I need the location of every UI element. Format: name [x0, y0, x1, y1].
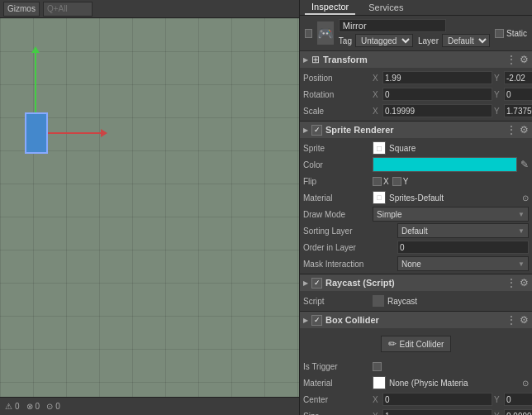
- scale-x-input[interactable]: [382, 104, 492, 117]
- static-group: Static: [495, 29, 527, 38]
- size-x-input[interactable]: [382, 409, 492, 415]
- material-preview: □: [373, 191, 386, 204]
- edit-col-icon: ✏: [388, 338, 397, 350]
- box-collider-header[interactable]: ▶ ✓ Box Collider ⋮ ⚙: [300, 312, 532, 328]
- inspector-panel: Inspector Services 🎮 Tag Untagged Layer …: [300, 0, 532, 415]
- center-y-label: Y: [494, 395, 502, 404]
- transform-icons: ⋮ ⚙: [506, 54, 529, 65]
- bc-material-label: Material: [303, 379, 369, 388]
- collapse-icon: ▶: [303, 56, 308, 64]
- sprite-renderer-component: ▶ ✓ Sprite Renderer ⋮ ⚙ Sprite □ Square: [300, 122, 532, 274]
- raycast-gear-icon[interactable]: ⚙: [520, 277, 529, 289]
- draw-mode-row: Draw Mode Simple ▼: [303, 207, 529, 222]
- position-x-input[interactable]: [382, 71, 492, 84]
- position-label: Position: [303, 74, 369, 83]
- tag-select[interactable]: Untagged: [355, 34, 413, 47]
- order-in-layer-input[interactable]: [397, 241, 529, 254]
- center-label: Center: [303, 395, 369, 404]
- layer-select[interactable]: Default: [442, 34, 490, 47]
- sprite-label: Sprite: [303, 144, 369, 153]
- sr-material-label: Material: [303, 193, 369, 203]
- rotation-x-input[interactable]: [382, 88, 492, 101]
- sorting-layer-dropdown[interactable]: Default ▼: [397, 223, 529, 238]
- mask-arrow: ▼: [518, 260, 525, 268]
- bc-gear-icon[interactable]: ⚙: [520, 314, 529, 326]
- flip-x-checkbox[interactable]: [373, 177, 382, 186]
- center-y-input[interactable]: [504, 393, 532, 406]
- sr-enabled-checkbox[interactable]: ✓: [311, 125, 322, 136]
- scale-y-label: Y: [494, 107, 502, 116]
- sprite-renderer-header[interactable]: ▶ ✓ Sprite Renderer ⋮ ⚙: [300, 122, 532, 138]
- flip-row: Flip X Y: [303, 174, 529, 188]
- scale-y-input[interactable]: [504, 104, 532, 117]
- bc-collapse-icon: ▶: [303, 317, 308, 324]
- position-y-input[interactable]: [504, 71, 532, 84]
- sr-gear-icon[interactable]: ⚙: [520, 124, 529, 136]
- sorting-layer-value: Default: [401, 227, 428, 236]
- raycast-enabled-checkbox[interactable]: ✓: [311, 278, 322, 289]
- scene-view[interactable]: [0, 18, 299, 397]
- center-x-input[interactable]: [382, 393, 492, 406]
- sorting-layer-row: Sorting Layer Default ▼: [303, 223, 529, 238]
- bc-menu-icon[interactable]: ⋮: [506, 314, 516, 326]
- warning-count: ⚠ 0: [5, 402, 20, 411]
- scale-xyz: X Y Z: [373, 104, 532, 117]
- sr-menu-icon[interactable]: ⋮: [506, 124, 516, 136]
- mask-dropdown[interactable]: None ▼: [397, 256, 529, 271]
- sprite-preview: □: [373, 141, 386, 155]
- flip-y-checkbox[interactable]: [392, 177, 401, 186]
- static-checkbox[interactable]: [495, 29, 504, 38]
- raycast-menu-icon[interactable]: ⋮: [506, 277, 516, 289]
- mask-value: None: [401, 260, 421, 269]
- static-label: Static: [506, 29, 527, 38]
- object-name-input[interactable]: [339, 19, 446, 32]
- gizmos-button[interactable]: Gizmos: [3, 2, 40, 17]
- color-field[interactable]: [373, 157, 517, 172]
- bc-enabled-checkbox[interactable]: ✓: [311, 315, 322, 326]
- size-y-input[interactable]: [504, 409, 532, 415]
- draw-mode-label: Draw Mode: [303, 210, 369, 219]
- raycast-title: Raycast (Script): [325, 278, 503, 288]
- sr-icons: ⋮ ⚙: [506, 124, 529, 136]
- is-trigger-row: Is Trigger: [303, 359, 529, 374]
- color-edit-icon[interactable]: ✎: [520, 159, 529, 170]
- info-icon: ⊙: [46, 402, 53, 411]
- size-label: Size: [303, 412, 369, 416]
- inspector-tabs: Inspector Services: [300, 0, 532, 16]
- mask-label: Mask Interaction: [303, 260, 394, 269]
- bc-material-value: None (Physic Materia: [389, 379, 468, 388]
- flip-label: Flip: [303, 177, 369, 186]
- is-trigger-label: Is Trigger: [303, 362, 369, 371]
- y-axis-arrow: [35, 51, 36, 117]
- tab-services[interactable]: Services: [362, 1, 410, 14]
- edit-collider-label: Edit Collider: [400, 340, 444, 349]
- pos-x-label: X: [373, 74, 381, 83]
- transform-header[interactable]: ▶ ⊞ Transform ⋮ ⚙: [300, 51, 532, 68]
- sr-material-field: □ Sprites-Default: [373, 191, 519, 204]
- rotation-y-input[interactable]: [504, 88, 532, 101]
- edit-collider-button[interactable]: ✏ Edit Collider: [381, 336, 452, 352]
- error-icon: ⊗: [26, 402, 33, 411]
- info-count: ⊙ 0: [46, 402, 60, 411]
- rotation-row: Rotation X Y Z: [303, 87, 529, 102]
- transform-component: ▶ ⊞ Transform ⋮ ⚙ Position X Y Z: [300, 51, 532, 122]
- sprite-object[interactable]: [25, 112, 48, 154]
- sorting-layer-arrow: ▼: [518, 227, 525, 235]
- bc-material-select-icon[interactable]: ⊙: [522, 379, 529, 388]
- center-x-label: X: [373, 395, 381, 404]
- object-icon: 🎮: [317, 21, 334, 45]
- raycast-header[interactable]: ▶ ✓ Raycast (Script) ⋮ ⚙: [300, 274, 532, 291]
- tab-inspector[interactable]: Inspector: [305, 0, 355, 15]
- draw-mode-dropdown[interactable]: Simple ▼: [373, 207, 529, 222]
- transform-menu-icon[interactable]: ⋮: [506, 54, 516, 65]
- sprite-row: Sprite □ Square: [303, 141, 529, 155]
- transform-gear-icon[interactable]: ⚙: [520, 54, 529, 65]
- scale-row: Scale X Y Z: [303, 103, 529, 118]
- is-trigger-checkbox[interactable]: [373, 362, 382, 371]
- scene-search-input[interactable]: [43, 2, 93, 17]
- sr-material-select-icon[interactable]: ⊙: [522, 193, 529, 203]
- object-row2: Tag Untagged Layer Default: [339, 34, 490, 47]
- object-active-checkbox[interactable]: [305, 29, 312, 38]
- script-label: Script: [303, 297, 369, 306]
- pos-y-label: Y: [494, 74, 502, 83]
